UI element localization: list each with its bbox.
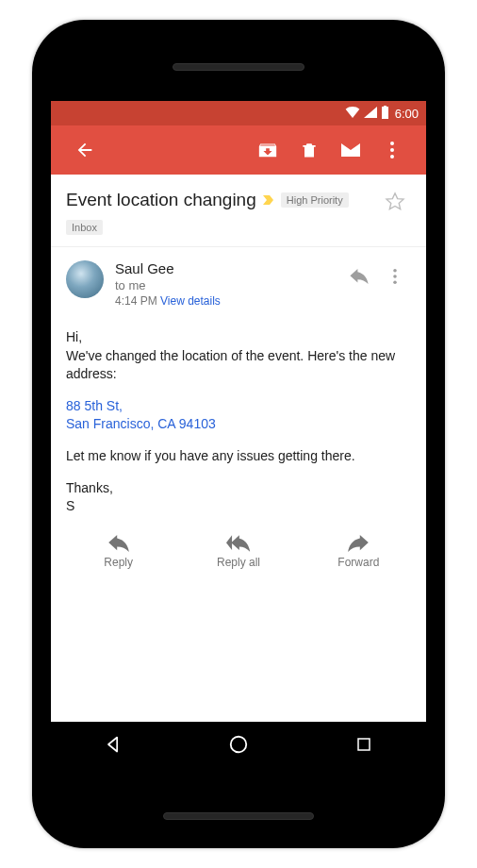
app-bar bbox=[51, 125, 426, 175]
body-closing1: Thanks, bbox=[66, 479, 411, 498]
svg-point-2 bbox=[390, 155, 394, 159]
battery-icon bbox=[381, 106, 389, 122]
action-bar: Reply Reply all Forward bbox=[51, 526, 426, 597]
status-bar: 6:00 bbox=[51, 101, 426, 125]
reply-all-label: Reply all bbox=[217, 556, 260, 569]
subject-block: Event location changing High Priority In… bbox=[51, 175, 426, 246]
signal-icon bbox=[364, 107, 377, 121]
forward-label: Forward bbox=[337, 556, 379, 569]
wifi-icon bbox=[345, 107, 360, 121]
svg-point-6 bbox=[231, 737, 247, 753]
folder-label[interactable]: Inbox bbox=[66, 220, 103, 235]
archive-button[interactable] bbox=[247, 129, 288, 171]
body-line1: We've changed the location of the event.… bbox=[66, 347, 411, 384]
status-time: 6:00 bbox=[395, 107, 419, 121]
email-content: Event location changing High Priority In… bbox=[51, 175, 426, 722]
star-button[interactable] bbox=[379, 190, 411, 212]
reply-button[interactable]: Reply bbox=[58, 535, 178, 569]
avatar[interactable] bbox=[66, 260, 104, 298]
nav-recent-button[interactable] bbox=[336, 722, 392, 767]
view-details-link[interactable]: View details bbox=[160, 294, 221, 308]
nav-home-button[interactable] bbox=[210, 722, 267, 767]
svg-point-0 bbox=[390, 142, 394, 145]
body-line2: Let me know if you have any issues getti… bbox=[66, 447, 411, 466]
phone-speaker-bottom bbox=[163, 812, 314, 820]
importance-marker-icon[interactable] bbox=[262, 193, 275, 207]
svg-point-4 bbox=[393, 275, 397, 278]
body-greeting: Hi, bbox=[66, 328, 411, 347]
delete-button[interactable] bbox=[288, 129, 330, 171]
phone-mockup: 6:00 bbox=[0, 0, 477, 868]
subject-text: Event location changing bbox=[66, 190, 256, 210]
svg-rect-7 bbox=[358, 739, 370, 750]
back-button[interactable] bbox=[64, 129, 106, 171]
phone-body: 6:00 bbox=[32, 20, 445, 848]
message-more-button[interactable] bbox=[379, 260, 411, 292]
body-closing2: S bbox=[66, 497, 411, 516]
address-link-line2[interactable]: San Francisco, CA 94103 bbox=[66, 415, 411, 434]
mark-unread-button[interactable] bbox=[330, 129, 371, 171]
android-nav-bar bbox=[51, 722, 426, 767]
nav-back-button[interactable] bbox=[85, 722, 141, 767]
forward-button[interactable]: Forward bbox=[299, 535, 419, 569]
address-link-line1[interactable]: 88 5th St, bbox=[66, 397, 411, 416]
priority-label: High Priority bbox=[281, 192, 349, 208]
timestamp: 4:14 PM bbox=[115, 294, 157, 308]
reply-all-button[interactable]: Reply all bbox=[178, 535, 298, 569]
sender-name: Saul Gee bbox=[115, 260, 343, 276]
quick-reply-button[interactable] bbox=[343, 260, 375, 292]
more-button[interactable] bbox=[371, 129, 413, 171]
phone-speaker-top bbox=[173, 63, 304, 71]
reply-label: Reply bbox=[104, 556, 133, 569]
svg-point-1 bbox=[390, 148, 394, 152]
svg-point-3 bbox=[393, 269, 397, 273]
message-meta: Saul Gee to me 4:14 PM View details bbox=[51, 247, 426, 308]
screen: 6:00 bbox=[51, 101, 426, 767]
svg-point-5 bbox=[393, 280, 397, 284]
message-body: Hi, We've changed the location of the ev… bbox=[51, 308, 426, 526]
recipient[interactable]: to me bbox=[115, 278, 343, 292]
